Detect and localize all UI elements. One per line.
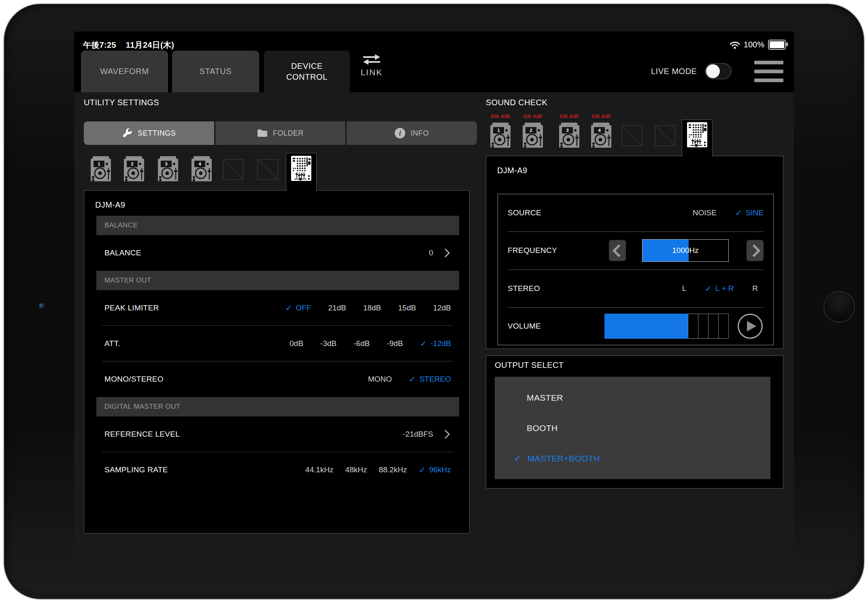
soundcheck-player-3-icon[interactable]: 3 — [558, 122, 581, 148]
soundcheck-player-4-icon[interactable]: 4 — [590, 122, 613, 148]
info-icon: i — [395, 128, 405, 138]
home-button[interactable] — [823, 291, 855, 323]
option-0db[interactable]: 0dB — [289, 339, 303, 348]
option-15db[interactable]: 15dB — [398, 304, 416, 312]
tab-info[interactable]: i INFO — [347, 121, 477, 145]
row-source: SOURCE NOISE ✓SINE — [498, 194, 773, 231]
empty-slot-icon — [655, 125, 676, 146]
player-2-icon[interactable]: 2 — [123, 156, 145, 182]
mixer-name: DJM-A9 — [95, 200, 126, 210]
option-master-booth[interactable]: ✓MASTER+BOOTH — [495, 443, 770, 473]
option-21db[interactable]: 21dB — [328, 304, 346, 312]
tab-settings[interactable]: SETTINGS — [84, 121, 214, 145]
svg-text:2: 2 — [530, 128, 532, 133]
player-4-icon[interactable]: 4 — [190, 156, 213, 182]
device-control-content: UTILITY SETTINGS SETTINGS FOLDER i INFO — [74, 92, 794, 571]
tab-status[interactable]: STATUS — [172, 51, 259, 92]
battery-icon — [768, 40, 786, 50]
option-stereo[interactable]: ✓STEREO — [409, 374, 451, 384]
live-mode-control: LIVE MODE — [651, 63, 732, 79]
row-sampling-rate: SAMPLING RATE 44.1kHz 48kHz 88.2kHz ✓96k… — [96, 452, 459, 475]
output-select-panel: OUTPUT SELECT MASTER BOOTH ✓MASTER+BOOTH — [486, 355, 783, 488]
option-master[interactable]: MASTER — [495, 382, 770, 413]
option-off[interactable]: ✓OFF — [285, 303, 311, 313]
output-select-options: MASTER BOOTH ✓MASTER+BOOTH — [495, 377, 770, 479]
menu-button[interactable] — [754, 61, 783, 87]
option-mono[interactable]: MONO — [368, 375, 392, 384]
row-volume: VOLUME — [498, 308, 773, 345]
folder-icon — [257, 129, 268, 138]
status-bar-left: 午後7:2511月24日(木) — [83, 40, 174, 51]
row-frequency: FREQUENCY 1000Hz — [498, 232, 773, 269]
frequency-down-button[interactable] — [609, 240, 626, 261]
check-icon: ✓ — [514, 453, 522, 464]
tab-device-control[interactable]: DEVICE CONTROL — [264, 51, 350, 92]
battery-percent: 100% — [744, 40, 764, 49]
option-minus3db[interactable]: -3dB — [320, 339, 336, 348]
row-att: ATT. 0dB -3dB -6dB -9dB ✓-12dB — [96, 326, 459, 361]
link-arrows-icon — [362, 54, 381, 65]
wifi-icon — [730, 41, 740, 49]
on-air-badge: ON AIR — [590, 113, 613, 119]
row-peak-limiter: PEAK LIMITER ✓OFF 21dB 18dB 15dB 12dB — [96, 290, 459, 326]
chevron-right-icon — [441, 430, 450, 439]
svg-text:2: 2 — [131, 161, 133, 166]
player-3-icon[interactable]: 3 — [157, 156, 179, 182]
check-icon: ✓ — [420, 339, 427, 348]
clock: 午後7:25 — [83, 40, 116, 49]
soundcheck-player-1-icon[interactable]: 1 — [489, 122, 512, 148]
frequency-value: 1000Hz — [642, 240, 728, 261]
row-reference-level[interactable]: REFERENCE LEVEL -21dBFS — [96, 416, 459, 452]
row-mono-stereo: MONO/STEREO MONO ✓STEREO — [96, 361, 459, 397]
option-minus12db[interactable]: ✓-12dB — [420, 339, 451, 348]
option-minus6db[interactable]: -6dB — [353, 339, 370, 348]
option-18db[interactable]: 18dB — [363, 304, 381, 312]
live-mode-toggle[interactable] — [705, 63, 732, 79]
option-left[interactable]: L — [682, 284, 687, 293]
option-left-right[interactable]: ✓L + R — [705, 284, 734, 293]
sound-check-title: SOUND CHECK — [486, 98, 547, 107]
player-1-icon[interactable]: 1 — [89, 156, 112, 182]
mixer-icon-selected[interactable] — [286, 153, 317, 191]
utility-settings-title: UTILITY SETTINGS — [84, 98, 159, 107]
app-screen: 午後7:2511月24日(木) 100% WAVEFORM STATUS DEV… — [74, 32, 794, 571]
empty-slot-icon — [223, 159, 244, 180]
check-icon: ✓ — [419, 465, 425, 475]
frequency-up-button[interactable] — [747, 240, 764, 261]
option-88-2khz[interactable]: 88.2kHz — [379, 465, 407, 474]
option-96khz[interactable]: ✓96kHz — [419, 465, 451, 475]
mixer-settings-panel: DJM-A9 BALANCE BALANCE 0 MASTER OUT PEAK… — [84, 190, 470, 533]
empty-slot-icon — [257, 159, 278, 180]
svg-text:1: 1 — [497, 128, 500, 133]
frequency-field[interactable]: 1000Hz — [642, 239, 729, 262]
section-digital-master-out: DIGITAL MASTER OUT — [96, 397, 459, 416]
section-balance: BALANCE — [96, 216, 459, 235]
option-noise[interactable]: NOISE — [693, 208, 717, 217]
toggle-knob — [706, 64, 720, 78]
empty-slot-icon — [621, 125, 642, 146]
tab-waveform[interactable]: WAVEFORM — [81, 51, 168, 92]
sound-check-panel: DJM-A9 SOURCE NOISE ✓SINE FREQUENCY — [486, 156, 783, 349]
volume-slider[interactable] — [604, 314, 729, 339]
svg-text:4: 4 — [598, 128, 601, 133]
svg-text:3: 3 — [165, 161, 167, 166]
soundcheck-player-2-icon[interactable]: 2 — [521, 122, 544, 148]
svg-text:1: 1 — [98, 161, 100, 166]
link-button[interactable]: LINK — [355, 54, 388, 77]
soundcheck-mixer-icon-selected[interactable] — [682, 119, 713, 157]
svg-text:3: 3 — [566, 128, 568, 133]
option-right[interactable]: R — [752, 284, 758, 293]
play-button[interactable] — [738, 314, 763, 339]
option-44-1khz[interactable]: 44.1kHz — [305, 465, 334, 474]
date: 11月24日(木) — [126, 40, 174, 49]
option-minus9db[interactable]: -9dB — [387, 339, 403, 348]
option-sine[interactable]: ✓SINE — [735, 208, 764, 218]
output-select-title: OUTPUT SELECT — [495, 361, 564, 370]
option-48khz[interactable]: 48kHz — [345, 465, 367, 474]
row-balance[interactable]: BALANCE 0 — [96, 235, 459, 271]
tab-folder[interactable]: FOLDER — [215, 121, 346, 145]
option-12db[interactable]: 12dB — [433, 304, 451, 312]
option-booth[interactable]: BOOTH — [495, 413, 770, 443]
sound-check-controls: SOURCE NOISE ✓SINE FREQUENCY 1000Hz — [498, 194, 774, 345]
row-stereo: STEREO L ✓L + R R — [498, 270, 773, 307]
